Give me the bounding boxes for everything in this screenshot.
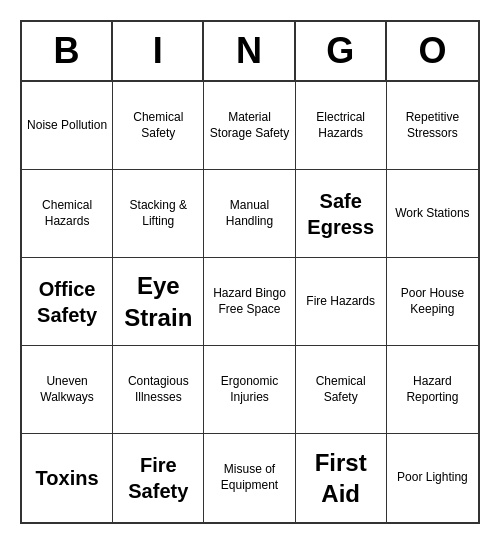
bingo-cell-21: Fire Safety xyxy=(113,434,204,522)
bingo-cell-18: Chemical Safety xyxy=(296,346,387,434)
bingo-letter-o: O xyxy=(387,22,478,80)
bingo-cell-0: Noise Pollution xyxy=(22,82,113,170)
bingo-cell-20: Toxins xyxy=(22,434,113,522)
bingo-cell-12: Hazard Bingo Free Space xyxy=(204,258,295,346)
bingo-cell-4: Repetitive Stressors xyxy=(387,82,478,170)
bingo-cell-16: Contagious Illnesses xyxy=(113,346,204,434)
bingo-letter-i: I xyxy=(113,22,204,80)
bingo-cell-19: Hazard Reporting xyxy=(387,346,478,434)
bingo-letter-n: N xyxy=(204,22,295,80)
bingo-grid: Noise PollutionChemical SafetyMaterial S… xyxy=(22,82,478,522)
bingo-cell-3: Electrical Hazards xyxy=(296,82,387,170)
bingo-cell-5: Chemical Hazards xyxy=(22,170,113,258)
bingo-cell-8: Safe Egress xyxy=(296,170,387,258)
bingo-cell-17: Ergonomic Injuries xyxy=(204,346,295,434)
bingo-letter-b: B xyxy=(22,22,113,80)
bingo-cell-11: Eye Strain xyxy=(113,258,204,346)
bingo-cell-23: First Aid xyxy=(296,434,387,522)
bingo-cell-7: Manual Handling xyxy=(204,170,295,258)
bingo-card: BINGO Noise PollutionChemical SafetyMate… xyxy=(20,20,480,524)
bingo-cell-22: Misuse of Equipment xyxy=(204,434,295,522)
bingo-cell-14: Poor House Keeping xyxy=(387,258,478,346)
bingo-cell-24: Poor Lighting xyxy=(387,434,478,522)
bingo-header: BINGO xyxy=(22,22,478,82)
bingo-cell-13: Fire Hazards xyxy=(296,258,387,346)
bingo-cell-10: Office Safety xyxy=(22,258,113,346)
bingo-cell-6: Stacking & Lifting xyxy=(113,170,204,258)
bingo-cell-1: Chemical Safety xyxy=(113,82,204,170)
bingo-cell-15: Uneven Walkways xyxy=(22,346,113,434)
bingo-letter-g: G xyxy=(296,22,387,80)
bingo-cell-9: Work Stations xyxy=(387,170,478,258)
bingo-cell-2: Material Storage Safety xyxy=(204,82,295,170)
